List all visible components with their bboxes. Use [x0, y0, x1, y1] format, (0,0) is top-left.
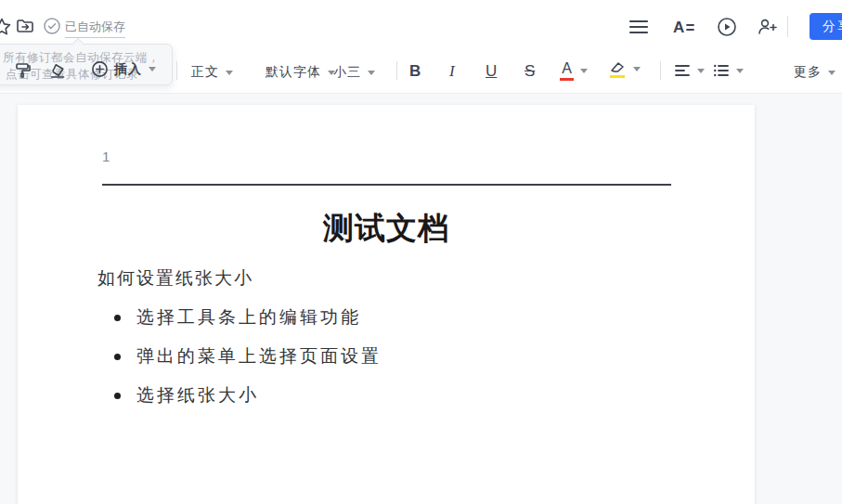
toolbar-divider [660, 61, 661, 80]
list-icon [713, 63, 730, 78]
format-painter-icon[interactable] [13, 61, 32, 80]
heading-rule [102, 184, 671, 186]
bullet-text: 选择工具条上的编辑功能 [136, 305, 361, 330]
paragraph-style-dropdown[interactable]: 正文 [191, 64, 233, 81]
document-subtitle[interactable]: 如何设置纸张大小 [97, 266, 253, 291]
italic-label: I [449, 63, 455, 79]
bullet-text: 弹出的菜单上选择页面设置 [136, 344, 382, 368]
chevron-down-icon [697, 69, 705, 73]
bullet-icon [114, 393, 121, 399]
outline-icon[interactable]: A [670, 16, 696, 38]
list-item[interactable]: 弹出的菜单上选择页面设置 [114, 344, 382, 368]
insert-label: 插入 [114, 61, 142, 78]
list-button[interactable] [713, 63, 744, 78]
italic-button[interactable]: I [449, 63, 455, 79]
align-button[interactable] [674, 63, 705, 78]
chevron-down-icon [149, 67, 156, 71]
highlight-button[interactable] [608, 60, 641, 78]
chevron-down-icon [226, 71, 233, 75]
strikethrough-label: S [525, 63, 535, 79]
bullet-icon [114, 354, 121, 360]
font-color-icon: A [560, 61, 574, 81]
header-divider [787, 16, 788, 37]
bold-label: B [409, 63, 421, 79]
heading-number[interactable]: 1 [102, 149, 110, 164]
chevron-down-icon [736, 69, 744, 73]
more-label: 更多 [794, 64, 822, 81]
more-button[interactable]: 更多 [794, 64, 836, 81]
svg-text:A: A [673, 19, 684, 36]
chevron-down-icon [633, 67, 641, 71]
font-family-dropdown[interactable]: 默认字体 [266, 64, 335, 81]
document-page[interactable]: 1 测试文档 如何设置纸张大小 选择工具条上的编辑功能 弹出的菜单上选择页面设置… [18, 105, 755, 504]
toolbar-divider [396, 61, 397, 80]
chevron-down-icon [828, 71, 836, 75]
font-size-dropdown[interactable]: 小三 [333, 64, 375, 81]
document-canvas: 1 测试文档 如何设置纸张大小 选择工具条上的编辑功能 弹出的菜单上选择页面设置… [0, 93, 842, 504]
strikethrough-button[interactable]: S [525, 63, 535, 79]
insert-plus-icon [91, 60, 114, 78]
list-item[interactable]: 选择纸张大小 [114, 383, 259, 407]
underline-button[interactable]: U [486, 63, 497, 79]
star-icon[interactable] [0, 17, 12, 37]
clear-format-icon[interactable] [48, 61, 67, 80]
toolbar-divider [176, 61, 177, 80]
underline-label: U [486, 63, 497, 79]
autosave-status[interactable]: 已自动保存 [65, 19, 125, 38]
share-button[interactable]: 分享 [810, 13, 842, 40]
document-title[interactable]: 测试文档 [18, 208, 755, 250]
font-size-label: 小三 [333, 64, 361, 81]
chevron-down-icon [580, 69, 588, 73]
highlight-icon [608, 60, 627, 78]
check-circle-icon [43, 17, 61, 35]
align-icon [674, 63, 691, 78]
add-collaborator-icon[interactable] [756, 16, 780, 38]
hamburger-menu-icon[interactable] [628, 18, 649, 36]
bold-button[interactable]: B [409, 63, 421, 79]
font-color-button[interactable]: A [560, 61, 588, 81]
paragraph-style-label: 正文 [191, 64, 219, 81]
move-to-folder-icon[interactable] [15, 16, 35, 36]
present-icon[interactable] [716, 16, 738, 38]
bullet-icon [114, 315, 121, 321]
app-window: 已自动保存 A 分享 [0, 0, 842, 504]
list-item[interactable]: 选择工具条上的编辑功能 [114, 305, 361, 330]
chevron-down-icon [368, 71, 375, 75]
top-toolbar: 已自动保存 A 分享 [0, 0, 842, 93]
insert-button[interactable]: 插入 [91, 60, 156, 78]
bullet-text: 选择纸张大小 [136, 383, 259, 407]
tooltip-arrow [71, 38, 84, 51]
font-family-label: 默认字体 [266, 64, 321, 81]
